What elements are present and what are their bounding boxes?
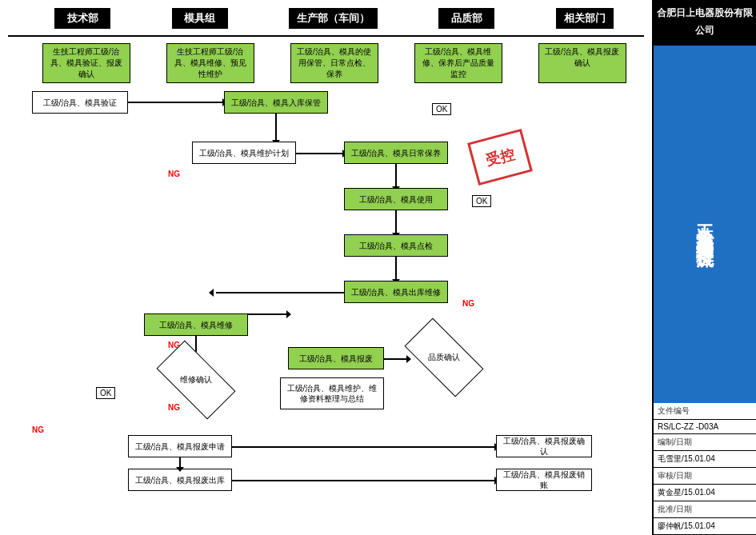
flow-container: 工级/治具、模具验证 工级/治具、模具入库保管 OK 工级/治具、模具维护计划 …	[8, 91, 644, 483]
ok-label-3: OK	[96, 387, 115, 399]
node-日常保养: 工级/治具、模具日常保养	[344, 142, 448, 164]
node-出库维修: 工级/治具、模具出库维修	[344, 281, 448, 303]
node-点检: 工级/治具、模具点检	[344, 234, 448, 257]
edit-value-row: 毛雪里/15.01.04	[654, 451, 756, 468]
node-入库保管: 工级/治具、模具入库保管	[224, 91, 328, 114]
review-value: 黄金星/15.01.04	[658, 487, 752, 498]
review-label-row: 审核/日期	[654, 468, 756, 485]
ok-label-2: OK	[472, 195, 491, 207]
right-panel: 合肥日上电器股份有限公司 工装治具模具维修维护流程 文件编号 RS/LC-ZZ …	[652, 0, 756, 535]
ng-label-2: NG	[462, 299, 474, 308]
dept-模具组: 模具组	[172, 8, 228, 29]
review-value-row: 黄金星/15.01.04	[654, 485, 756, 501]
desc-品质部: 工级/治具、模具维修、保养后产品质量监控	[414, 43, 502, 83]
node-报废确认: 工级/治具、模具报废确认	[496, 435, 592, 457]
ng-label-5: NG	[32, 425, 44, 434]
approve-value: 廖仲帆/15.01.04	[658, 521, 752, 532]
edit-label-row: 编制/日期	[654, 434, 756, 451]
flow-title: 工装治具模具维修维护流程	[654, 46, 756, 403]
edit-value: 毛雪里/15.01.04	[658, 453, 752, 465]
desc-row: 生技工程师工级/治具、模具验证、报废确认 生技工程师工级/治具、模具维修、预见性…	[8, 43, 644, 83]
approve-label: 批准/日期	[658, 504, 752, 515]
dept-生产部: 生产部（车间）	[289, 8, 378, 29]
ok-label-1: OK	[432, 103, 451, 115]
desc-技术部: 生技工程师工级/治具、模具验证、报废确认	[42, 43, 130, 83]
file-no-value-row: RS/LC-ZZ -D03A	[654, 420, 756, 434]
node-整理总结: 工级/治具、模具维护、维修资料整理与总结	[280, 377, 384, 409]
ng-label-3: NG	[168, 403, 180, 412]
node-报废出库: 工级/治具、模具报废出库	[128, 469, 232, 491]
node-报废销账: 工级/治具、模具报废销账	[496, 469, 592, 491]
right-info: 文件编号 RS/LC-ZZ -D03A 编制/日期 毛雪里/15.01.04 审…	[654, 403, 756, 535]
desc-相关部门: 工级/治具、模具报废确认	[538, 43, 626, 83]
approve-label-row: 批准/日期	[654, 501, 756, 518]
node-维修: 工级/治具、模具维修	[144, 313, 248, 336]
divider-line	[8, 35, 644, 37]
node-使用: 工级/治具、模具使用	[344, 188, 448, 210]
diamond-维修确认: 维修确认	[160, 360, 232, 400]
edit-label: 编制/日期	[658, 437, 752, 448]
company-name: 合肥日上电器股份有限公司	[654, 0, 756, 46]
dept-headers: 技术部 模具组 生产部（车间） 品质部 相关部门	[8, 8, 644, 29]
file-no-label: 文件编号	[658, 405, 752, 417]
node-报废: 工级/治具、模具报废	[288, 347, 384, 369]
desc-模具组: 生技工程师工级/治具、模具维修、预见性维护	[166, 43, 254, 83]
main-content: 技术部 模具组 生产部（车间） 品质部 相关部门 生技工程师工级/治具、模具验证…	[0, 0, 652, 535]
file-no-value: RS/LC-ZZ -D03A	[658, 422, 752, 431]
review-label: 审核/日期	[658, 470, 752, 481]
file-no-label-row: 文件编号	[654, 403, 756, 420]
dept-品质部: 品质部	[438, 8, 494, 29]
dept-相关部门: 相关部门	[556, 8, 614, 29]
desc-生产部: 工级/治具、模具的使用保管、日常点检、保养	[290, 43, 378, 83]
stamp-受控: 受控	[467, 129, 533, 186]
node-维护计划: 工级/治具、模具维护计划	[192, 142, 296, 164]
node-验证: 工级/治具、模具验证	[32, 91, 128, 114]
node-报废申请: 工级/治具、模具报废申请	[128, 435, 232, 457]
approve-value-row: 廖仲帆/15.01.04	[654, 518, 756, 535]
ng-label-4: NG	[168, 341, 180, 349]
dept-技术部: 技术部	[54, 8, 110, 29]
ng-label-1: NG	[168, 170, 180, 178]
diamond-品质确认: 品质确认	[408, 337, 480, 377]
